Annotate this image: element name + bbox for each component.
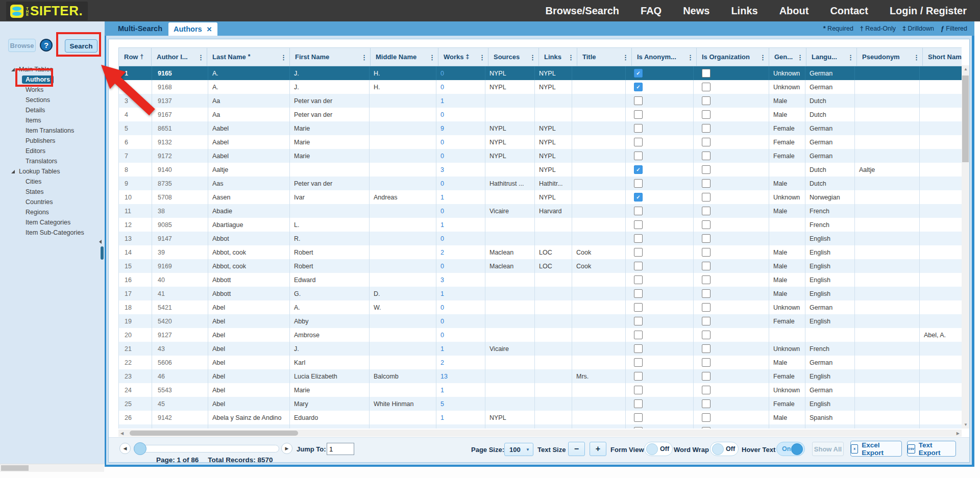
is-anonymous-checkbox[interactable] bbox=[634, 386, 643, 394]
table-row[interactable] bbox=[118, 424, 962, 429]
column-header-is_anonymous[interactable]: Is Anonym...⋮ bbox=[632, 47, 697, 66]
column-header-sources[interactable]: Sources⋮ bbox=[488, 47, 539, 66]
help-icon[interactable]: ? bbox=[40, 39, 53, 52]
is-organization-checkbox[interactable] bbox=[702, 179, 710, 188]
table-row[interactable]: 19165A.J.H.0NYPLNYPL✓UnknownGerman bbox=[118, 66, 962, 80]
is-organization-checkbox[interactable] bbox=[702, 165, 710, 174]
brand-logo[interactable]: THE SIFTER. bbox=[6, 2, 88, 20]
is-organization-checkbox[interactable] bbox=[702, 372, 710, 381]
table-row[interactable]: 245543AbelMarie1UnknownGerman bbox=[118, 383, 962, 397]
works-drilldown-link[interactable]: 0 bbox=[440, 70, 444, 77]
is-anonymous-checkbox[interactable] bbox=[634, 275, 643, 284]
table-row[interactable]: 159169Abbot, cookRobert0MacleanLOCCookMa… bbox=[118, 259, 962, 273]
works-drilldown-link[interactable]: 3 bbox=[440, 166, 444, 173]
search-button[interactable]: Search bbox=[65, 39, 97, 53]
is-anonymous-checkbox[interactable] bbox=[634, 220, 643, 229]
sidebar-item-cities[interactable]: Cities bbox=[0, 177, 105, 187]
column-header-pseudonym[interactable]: Pseudonym⋮ bbox=[857, 47, 923, 66]
sidebar-item-regions[interactable]: Regions bbox=[0, 207, 105, 217]
is-anonymous-checkbox[interactable] bbox=[634, 124, 643, 133]
nav-news[interactable]: News bbox=[683, 5, 709, 17]
is-anonymous-checkbox[interactable] bbox=[634, 207, 643, 215]
tree-expand-icon[interactable] bbox=[11, 170, 15, 173]
is-organization-checkbox[interactable] bbox=[702, 83, 710, 91]
sidebar-item-sections[interactable]: Sections bbox=[0, 95, 105, 105]
is-organization-checkbox[interactable] bbox=[702, 124, 710, 133]
works-drilldown-link[interactable]: 0 bbox=[440, 235, 444, 242]
is-anonymous-checkbox[interactable]: ✓ bbox=[634, 83, 643, 91]
is-anonymous-checkbox[interactable] bbox=[634, 303, 643, 312]
is-organization-checkbox[interactable] bbox=[702, 96, 710, 105]
is-anonymous-checkbox[interactable] bbox=[634, 96, 643, 105]
works-drilldown-link[interactable]: 3 bbox=[440, 276, 444, 284]
works-drilldown-link[interactable]: 0 bbox=[440, 263, 444, 270]
nav-contact[interactable]: Contact bbox=[830, 5, 868, 17]
column-header-middle_name[interactable]: Middle Name⋮ bbox=[371, 47, 438, 66]
column-header-gender[interactable]: Gen...⋮ bbox=[769, 47, 806, 66]
table-row[interactable]: 49167AaPeter van der0MaleDutch bbox=[118, 108, 962, 121]
works-drilldown-link[interactable]: 0 bbox=[440, 180, 444, 187]
works-drilldown-link[interactable]: 0 bbox=[440, 111, 444, 118]
v-scrollbar-thumb[interactable] bbox=[962, 76, 969, 162]
form-view-toggle[interactable]: Off bbox=[644, 442, 673, 456]
works-drilldown-link[interactable]: 1 bbox=[440, 221, 444, 229]
is-organization-checkbox[interactable] bbox=[702, 289, 710, 298]
table-row[interactable]: 2143AbelJ.1VicaireUnknownFrench bbox=[118, 342, 962, 356]
table-row[interactable]: 269142Abela y Sainz de AndinoEduardo1NYP… bbox=[118, 411, 962, 424]
column-menu-icon[interactable]: ⋮ bbox=[529, 53, 536, 61]
text-export-button[interactable]: csv Text Export bbox=[907, 441, 956, 457]
is-anonymous-checkbox[interactable] bbox=[634, 138, 643, 146]
table-row[interactable]: 1741AbbottG.D.1MaleEnglish1807 bbox=[118, 287, 962, 300]
is-anonymous-checkbox[interactable] bbox=[634, 262, 643, 270]
works-drilldown-link[interactable]: 2 bbox=[440, 359, 444, 366]
is-anonymous-checkbox[interactable] bbox=[634, 344, 643, 353]
page-size-select[interactable]: 100 ▼ bbox=[504, 443, 533, 456]
sidebar-item-item-translations[interactable]: Item Translations bbox=[0, 125, 105, 136]
column-header-language[interactable]: Langu...⋮ bbox=[806, 47, 857, 66]
is-anonymous-checkbox[interactable] bbox=[634, 179, 643, 188]
works-drilldown-link[interactable]: 0 bbox=[440, 153, 444, 160]
column-header-is_organization[interactable]: Is Organization⋮ bbox=[697, 47, 769, 66]
works-drilldown-link[interactable]: 0 bbox=[440, 139, 444, 146]
scroll-down-icon[interactable]: ▼ bbox=[964, 422, 968, 427]
column-menu-icon[interactable]: ⋮ bbox=[847, 53, 854, 61]
column-menu-icon[interactable]: ⋮ bbox=[760, 53, 766, 61]
is-organization-checkbox[interactable] bbox=[702, 207, 710, 215]
is-organization-checkbox[interactable] bbox=[702, 413, 710, 422]
table-row[interactable]: 39137AaPeter van der1MaleDutch bbox=[118, 94, 962, 108]
excel-export-button[interactable]: x Excel Export bbox=[850, 441, 902, 457]
table-row[interactable]: 79172AabelMarie0NYPLNYPLFemaleGerman bbox=[118, 149, 962, 163]
works-drilldown-link[interactable]: 0 bbox=[440, 304, 444, 311]
is-anonymous-checkbox[interactable] bbox=[634, 248, 643, 257]
works-drilldown-link[interactable]: 1 bbox=[440, 345, 444, 353]
nav-about[interactable]: About bbox=[779, 5, 809, 17]
column-menu-icon[interactable]: ⋮ bbox=[479, 53, 485, 61]
is-organization-checkbox[interactable] bbox=[702, 138, 710, 146]
is-anonymous-checkbox[interactable] bbox=[634, 234, 643, 243]
is-organization-checkbox[interactable] bbox=[702, 386, 710, 394]
column-menu-icon[interactable]: ⋮ bbox=[913, 53, 920, 61]
page-next-button[interactable]: ▶ bbox=[281, 443, 292, 454]
is-organization-checkbox[interactable] bbox=[702, 358, 710, 367]
column-menu-icon[interactable]: ⋮ bbox=[797, 53, 803, 61]
column-menu-icon[interactable]: ⋮ bbox=[198, 53, 204, 61]
sidebar-item-authors[interactable]: Authors bbox=[0, 74, 105, 85]
column-menu-icon[interactable]: ⋮ bbox=[568, 53, 574, 61]
word-wrap-toggle[interactable]: Off bbox=[710, 442, 739, 456]
table-row[interactable]: 1138Abadie0VicaireHarvardMaleFrench1726 bbox=[118, 204, 962, 218]
works-drilldown-link[interactable]: 1 bbox=[440, 387, 444, 394]
works-drilldown-link[interactable]: 13 bbox=[440, 373, 448, 380]
table-vertical-scrollbar[interactable]: ▲ ▼ bbox=[962, 65, 969, 429]
table-row[interactable]: 1640AbbottEdward3MaleEnglish1801 bbox=[118, 273, 962, 287]
column-header-author_id[interactable]: Author I...⋮ bbox=[152, 47, 207, 66]
sidebar-item-item-sub-categories[interactable]: Item Sub-Categories bbox=[0, 228, 105, 238]
is-organization-checkbox[interactable] bbox=[702, 193, 710, 202]
table-row[interactable]: 209127AbelAmbrose0Abel, A. bbox=[118, 328, 962, 342]
works-drilldown-link[interactable]: 1 bbox=[440, 290, 444, 297]
table-row[interactable]: 195420AbelAbby0FemaleEnglish bbox=[118, 314, 962, 328]
jump-to-input[interactable] bbox=[327, 443, 354, 455]
is-organization-checkbox[interactable] bbox=[702, 234, 710, 243]
sidebar-item-items[interactable]: Items bbox=[0, 115, 105, 125]
table-row[interactable]: 1439Abbot, cookRobert2MacleanLOCCookMale… bbox=[118, 245, 962, 259]
scroll-left-icon[interactable]: ◀ bbox=[120, 431, 124, 436]
